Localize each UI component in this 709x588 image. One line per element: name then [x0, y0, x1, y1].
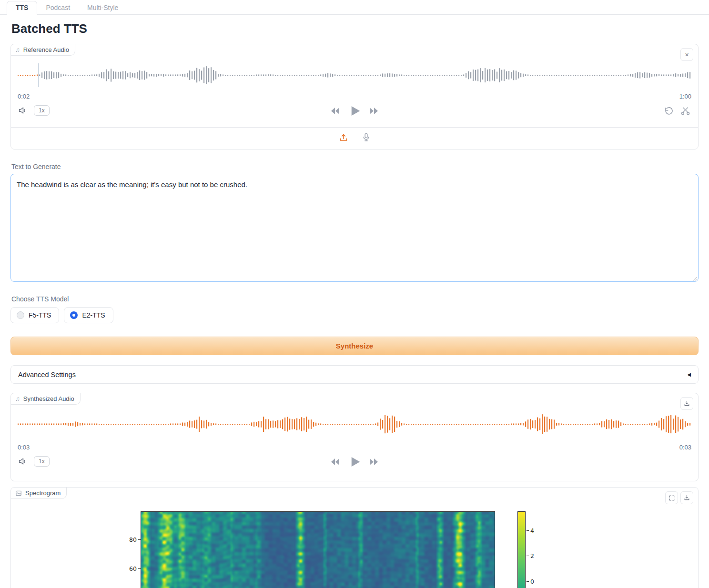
music-note-icon: ♫ [15, 47, 20, 53]
synthesized-audio-label-text: Synthesized Audio [23, 395, 74, 402]
tab-multi-style[interactable]: Multi-Style [79, 1, 127, 14]
spectrogram-label-text: Spectrogram [25, 489, 61, 497]
radio-option-e2-tts[interactable]: E2-TTS [64, 307, 113, 323]
download-audio-button[interactable] [680, 397, 693, 410]
radio-option-f5-tts-label: F5-TTS [29, 311, 51, 319]
volume-button[interactable] [18, 456, 28, 467]
music-note-icon: ♫ [15, 396, 20, 402]
tab-bar: TTS Podcast Multi-Style [0, 0, 709, 15]
advanced-settings-label: Advanced Settings [18, 371, 76, 379]
synthesized-waveform[interactable] [17, 411, 692, 438]
advanced-settings-accordion[interactable]: Advanced Settings ◀ [10, 365, 699, 384]
y-tick-label: 60 [129, 565, 137, 572]
rewind-icon [329, 456, 341, 468]
reference-waveform[interactable] [17, 63, 692, 87]
radio-selected-icon [70, 311, 78, 319]
spectrogram-label: Spectrogram [11, 488, 67, 499]
synthesized-audio-player: ♫ Synthesized Audio 0:03 0:03 [10, 393, 699, 481]
record-audio-button[interactable] [361, 132, 371, 142]
y-tick-label: 80 [129, 536, 137, 543]
playback-speed-button[interactable]: 1x [34, 105, 50, 116]
reference-audio-label: ♫ Reference Audio [11, 44, 75, 56]
spectrogram-figure: 80 60 4 2 0 [119, 511, 698, 588]
trim-audio-button[interactable] [680, 106, 690, 116]
tab-podcast[interactable]: Podcast [37, 1, 79, 14]
spectrogram-image [141, 511, 495, 588]
text-to-generate-input[interactable]: The headwind is as clear as the meaning;… [10, 174, 699, 282]
reference-elapsed-time: 0:02 [18, 93, 30, 100]
reset-trim-button[interactable] [664, 106, 674, 116]
fullscreen-button[interactable] [665, 491, 678, 504]
clear-audio-button[interactable]: × [680, 48, 693, 61]
spectrogram-y-axis: 80 60 [119, 511, 141, 588]
download-icon [683, 400, 690, 407]
fast-forward-button[interactable] [368, 105, 380, 117]
rewind-button[interactable] [329, 105, 341, 117]
radio-unselected-icon [17, 311, 24, 319]
synthesize-button[interactable]: Synthesize [10, 337, 699, 355]
radio-option-f5-tts[interactable]: F5-TTS [10, 307, 59, 323]
colorbar-tick-label: 0 [530, 578, 534, 585]
synthesized-audio-label: ♫ Synthesized Audio [11, 393, 81, 405]
choose-tts-model-label: Choose TTS Model [11, 295, 698, 303]
undo-icon [664, 106, 674, 116]
playback-speed-button[interactable]: 1x [34, 456, 50, 467]
play-button[interactable] [347, 455, 362, 469]
synthesized-elapsed-time: 0:03 [18, 444, 30, 451]
upload-audio-button[interactable] [338, 132, 349, 143]
spectrogram-panel: Spectrogram [10, 487, 699, 588]
scissors-icon [680, 106, 690, 116]
radio-option-e2-tts-label: E2-TTS [82, 311, 105, 319]
fast-forward-icon [368, 456, 380, 468]
synthesized-total-time: 0:03 [679, 444, 691, 451]
tts-model-radio-group: F5-TTS E2-TTS [10, 307, 699, 323]
colorbar-tick-label: 4 [530, 527, 534, 534]
fast-forward-icon [368, 105, 380, 117]
reference-audio-player: ♫ Reference Audio × 0:02 1:00 [10, 44, 699, 149]
tab-tts[interactable]: TTS [7, 1, 37, 15]
download-image-button[interactable] [680, 491, 693, 504]
volume-icon [18, 105, 28, 116]
rewind-button[interactable] [329, 456, 341, 468]
download-icon [683, 494, 690, 501]
volume-icon [18, 456, 28, 467]
reference-audio-label-text: Reference Audio [23, 46, 69, 53]
volume-button[interactable] [18, 105, 28, 116]
upload-icon [338, 132, 349, 143]
image-icon [15, 490, 22, 497]
text-to-generate-label: Text to Generate [11, 163, 698, 170]
play-icon [347, 104, 362, 118]
rewind-icon [329, 105, 341, 117]
play-button[interactable] [347, 104, 362, 118]
play-icon [347, 455, 362, 469]
fullscreen-icon [668, 495, 675, 501]
page-title: Batched TTS [11, 21, 699, 36]
colorbar-tick-label: 2 [530, 552, 534, 559]
accordion-collapsed-icon: ◀ [687, 372, 691, 377]
microphone-icon [361, 132, 371, 142]
reference-total-time: 1:00 [679, 93, 691, 100]
close-icon: × [685, 51, 689, 58]
fast-forward-button[interactable] [368, 456, 380, 468]
spectrogram-colorbar: 4 2 0 [517, 511, 546, 588]
